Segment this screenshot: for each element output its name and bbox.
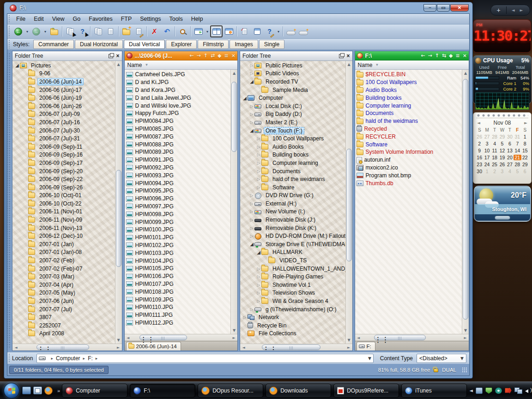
- scroll-left-arrow[interactable]: ◄: [240, 344, 247, 351]
- scroll-thumb[interactable]: [374, 335, 426, 340]
- gadget-pager-buttons[interactable]: ◄ ►: [507, 8, 530, 12]
- file-item[interactable]: HPIM0093.JPG: [125, 171, 231, 179]
- close-button[interactable]: ✕: [450, 4, 469, 12]
- task-button-itunes[interactable]: ♪iTunes: [401, 384, 467, 398]
- scroll-thumb[interactable]: [346, 149, 352, 261]
- viewer-pane-view-button[interactable]: [223, 25, 235, 37]
- expand-open-icon[interactable]: ◢: [249, 79, 254, 84]
- paste-button[interactable]: [104, 25, 117, 37]
- tree-item[interactable]: ▷New Volume (I:): [240, 208, 345, 216]
- tree-item[interactable]: 9-06: [12, 70, 115, 78]
- file-item[interactable]: HPIM0089.JPG: [125, 148, 231, 156]
- expand-closed-icon[interactable]: ▷: [256, 283, 261, 287]
- menu-edit[interactable]: Edit: [30, 15, 48, 23]
- calendar-day[interactable]: 24: [483, 162, 490, 167]
- file-item[interactable]: HPIM0105.JPG: [125, 265, 231, 272]
- tree-item[interactable]: 2006-09 (Sep)-22: [12, 175, 115, 183]
- calendar-day[interactable]: 27: [506, 162, 514, 167]
- scroll-right-arrow[interactable]: ►: [115, 344, 122, 351]
- scroll-down-arrow[interactable]: ▼: [115, 337, 122, 344]
- tree-item[interactable]: 2006-09 (Sep)-26: [12, 183, 115, 192]
- start-button[interactable]: [4, 383, 19, 399]
- tree-item[interactable]: 2006-07 (Jul)-16: [12, 118, 115, 127]
- tree-item[interactable]: ◢Computer: [240, 94, 345, 102]
- tree1-horizontal-scrollbar[interactable]: ◄ ►: [12, 344, 122, 351]
- tree-item[interactable]: 2007-03 (Mar): [12, 272, 115, 281]
- undo-button[interactable]: ↶: [161, 25, 173, 37]
- calendar-day[interactable]: 9: [476, 148, 483, 153]
- weather-gadget[interactable]: 20°F Stoughton, WI: [474, 186, 531, 222]
- tree-item[interactable]: ▷Documents: [240, 167, 345, 175]
- tree1-vertical-scrollbar[interactable]: ▲ ▼: [115, 61, 122, 344]
- file-item[interactable]: HPIM0108.JPG: [125, 288, 231, 296]
- file-item[interactable]: mxoicon2.ico: [355, 164, 462, 172]
- tree-item[interactable]: ▷External (H:): [240, 200, 345, 208]
- file-item[interactable]: Program shot.bmp: [355, 171, 462, 179]
- network-icon[interactable]: [514, 387, 522, 394]
- show-desktop-icon[interactable]: [22, 387, 31, 394]
- scroll-up-arrow[interactable]: ▲: [462, 70, 469, 77]
- file-item[interactable]: Building books: [355, 94, 462, 102]
- close-pane-icon[interactable]: ×: [116, 53, 120, 59]
- tree-item[interactable]: VIDEO_TS: [240, 256, 345, 265]
- calendar-day[interactable]: 14: [514, 148, 521, 153]
- tree-item[interactable]: 2006-09 (Sep)-11: [12, 143, 115, 151]
- calendar-day[interactable]: 20: [506, 155, 514, 160]
- expand-closed-icon[interactable]: ▷: [256, 290, 261, 295]
- expand-closed-icon[interactable]: ▷: [256, 266, 261, 271]
- tree-item[interactable]: ◢Pictures: [12, 61, 115, 70]
- pane2-title-bar[interactable]: ...\2006-06 (J... ←→↑⇄◆≡×: [125, 51, 238, 60]
- tree-item[interactable]: 2007-05 (May): [12, 289, 115, 297]
- file-item[interactable]: HPIM0088.JPG: [125, 140, 231, 148]
- tree-item[interactable]: ▷Public Pictures: [240, 61, 345, 70]
- file-item[interactable]: HPIM0103.JPG: [125, 249, 231, 257]
- title-bar[interactable]: F:\ – ▭ ✕: [7, 2, 470, 13]
- tree-item[interactable]: 2006-11 (Nov)-13: [12, 224, 115, 232]
- back-button[interactable]: ←: [12, 25, 24, 37]
- file-item[interactable]: hald of the weidmans: [355, 117, 462, 125]
- expand-closed-icon[interactable]: ▷: [249, 218, 254, 222]
- file-item[interactable]: HPIM0091.JPG: [125, 156, 231, 164]
- help-edit-menu-button[interactable]: ▾: [276, 25, 281, 37]
- tree-item[interactable]: ▷Software: [240, 183, 345, 192]
- style-commander[interactable]: Commander: [33, 40, 74, 49]
- locationbar-grip[interactable]: [8, 353, 11, 363]
- tree-item[interactable]: 2007-02 (Feb)-07: [12, 265, 115, 273]
- tree-item[interactable]: 2007-01 (Jan)-08: [12, 248, 115, 257]
- pane4-title-bar[interactable]: F:\ ←→↑⇆◆≡×: [355, 51, 469, 60]
- tree-item[interactable]: ▷Audio Books: [240, 143, 345, 151]
- menu-help[interactable]: Help: [187, 15, 207, 23]
- file-item[interactable]: HPIM0109.JPG: [125, 296, 231, 303]
- task-button-downloads[interactable]: Downloads: [266, 384, 331, 398]
- expand-closed-icon[interactable]: ▷: [256, 161, 261, 165]
- file-item[interactable]: HPIM0087.JPG: [125, 133, 231, 140]
- file-item[interactable]: Documents: [355, 109, 462, 117]
- calendar-day[interactable]: 6: [521, 169, 529, 174]
- calendar-day[interactable]: 30: [476, 169, 483, 174]
- file-item[interactable]: HPIM0084.JPG: [125, 117, 231, 125]
- calendar-gadget[interactable]: ◄ Nov 08 ► SMTWTFS2627282930311234567891…: [473, 112, 532, 184]
- tree-item[interactable]: ▷Building books: [240, 151, 345, 159]
- file-item[interactable]: HPIM0096.JPG: [125, 195, 231, 203]
- menu-settings[interactable]: Settings: [136, 15, 165, 23]
- file-item[interactable]: HPIM0111.JPG: [125, 311, 231, 319]
- calendar-day[interactable]: 21: [514, 155, 521, 160]
- float-pane-icon[interactable]: [339, 54, 344, 58]
- calendar-day[interactable]: 31: [514, 134, 521, 139]
- file-item[interactable]: HPIM0104.JPG: [125, 257, 231, 265]
- menu-icon[interactable]: ≡: [224, 53, 229, 59]
- find-button[interactable]: [176, 25, 189, 37]
- pane4-horizontal-scrollbar[interactable]: ◄ ►: [355, 334, 469, 341]
- file-item[interactable]: Software: [355, 140, 462, 148]
- pane4-column-header[interactable]: Name ▼: [355, 60, 469, 70]
- tree-item[interactable]: 3807: [12, 313, 115, 321]
- volume-icon[interactable]: [525, 387, 532, 394]
- firefox-icon[interactable]: [44, 387, 53, 395]
- dual-pane-view-button[interactable]: [210, 25, 223, 37]
- file-item[interactable]: RECYCLER: [355, 133, 462, 140]
- menu-icon[interactable]: ≡: [456, 53, 460, 59]
- file-item[interactable]: D and Kora.JPG: [125, 86, 231, 94]
- file-item[interactable]: autorun.inf: [355, 156, 462, 164]
- file-item[interactable]: Happy Futch.JPG: [125, 109, 231, 117]
- new-tab-2-button[interactable]: [297, 25, 309, 37]
